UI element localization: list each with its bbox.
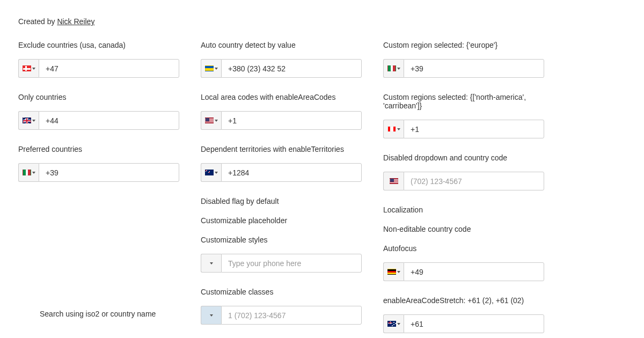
flag-dropdown-disabled	[383, 172, 404, 190]
label-region-europe: Custom region selected: {'europe'}	[383, 41, 544, 49]
chevron-down-icon	[397, 323, 400, 325]
chevron-down-icon	[32, 120, 35, 122]
flag-norway-icon	[23, 65, 31, 71]
flag-dropdown-no[interactable]	[18, 59, 39, 78]
column-1: Exclude countries (usa, canada) Only cou…	[18, 41, 179, 338]
label-customizable-placeholder: Customizable placeholder	[201, 216, 362, 225]
phone-field-region2[interactable]	[404, 120, 544, 138]
label-search: Search using iso2 or country name	[40, 310, 201, 318]
phone-field-exclude[interactable]	[39, 59, 179, 78]
column-3: Custom region selected: {'europe'} Custo…	[383, 41, 544, 338]
flag-dropdown-gb[interactable]	[18, 111, 39, 130]
label-stretch: enableAreaCodeStretch: +61 (2), +61 (02)	[383, 296, 544, 305]
label-exclude-countries: Exclude countries (usa, canada)	[18, 41, 179, 49]
label-area-codes: Local area codes with enableAreaCodes	[201, 93, 362, 101]
phone-input-classes	[201, 306, 362, 325]
flag-dropdown-it2[interactable]	[383, 59, 404, 78]
phone-input-region1	[383, 59, 544, 78]
flag-germany-icon	[387, 269, 396, 275]
flag-dropdown-de[interactable]	[383, 262, 404, 281]
label-preferred-countries: Preferred countries	[18, 145, 179, 153]
phone-field-disabled[interactable]	[404, 172, 544, 190]
label-noneditable: Non-editable country code	[383, 225, 544, 233]
chevron-down-icon	[215, 68, 218, 70]
flag-dropdown-custom[interactable]	[201, 306, 221, 325]
chevron-down-icon	[32, 172, 35, 174]
phone-field-preferred[interactable]	[39, 163, 179, 182]
chevron-down-icon	[215, 120, 218, 122]
column-2: Auto country detect by value Local area …	[201, 41, 362, 338]
phone-input-only	[18, 111, 179, 130]
phone-input-autofocus	[383, 262, 544, 281]
credit-line: Created by Nick Reiley	[18, 17, 626, 26]
label-only-countries: Only countries	[18, 93, 179, 101]
phone-input-disabled	[383, 172, 544, 190]
flag-dropdown-ua[interactable]	[201, 59, 221, 78]
label-disabled-dropdown: Disabled dropdown and country code	[383, 153, 544, 162]
flag-dropdown-us[interactable]	[201, 111, 221, 130]
flag-usa-icon	[390, 178, 398, 184]
label-customizable-styles: Customizable styles	[201, 236, 362, 244]
phone-field-classes[interactable]	[221, 306, 362, 325]
chevron-down-icon	[32, 68, 35, 70]
chevron-down-icon	[215, 172, 218, 174]
flag-dropdown-au[interactable]	[383, 314, 404, 333]
flag-dropdown-none[interactable]	[201, 254, 221, 273]
chevron-down-icon	[210, 314, 213, 317]
flag-dropdown-vg[interactable]	[201, 163, 221, 182]
search-section: Search using iso2 or country name	[40, 310, 201, 328]
flag-australia-icon	[387, 321, 396, 327]
phone-field-styles[interactable]	[221, 254, 362, 273]
phone-field-only[interactable]	[39, 111, 179, 130]
flag-dropdown-ca[interactable]	[383, 120, 404, 138]
label-localization: Localization	[383, 205, 544, 214]
phone-field-autofocus[interactable]	[404, 262, 544, 281]
chevron-down-icon	[397, 128, 400, 130]
label-customizable-classes: Customizable classes	[201, 288, 362, 296]
flag-bvi-icon	[205, 170, 214, 175]
flag-italy-icon	[387, 65, 396, 71]
flag-ukraine-icon	[205, 65, 214, 71]
phone-field-region1[interactable]	[404, 59, 544, 78]
phone-input-styles	[201, 254, 362, 273]
flag-canada-icon	[387, 126, 396, 132]
flag-usa-icon	[205, 117, 214, 123]
phone-field-stretch[interactable]	[404, 314, 544, 333]
chevron-down-icon	[397, 68, 400, 70]
author-link[interactable]: Nick Reiley	[57, 17, 94, 26]
label-disabled-flag: Disabled flag by default	[201, 197, 362, 205]
credit-prefix: Created by	[18, 17, 57, 26]
label-territories: Dependent territories with enableTerrito…	[201, 145, 362, 153]
flag-uk-icon	[23, 117, 31, 123]
phone-field-auto[interactable]	[221, 59, 362, 78]
chevron-down-icon	[210, 262, 213, 264]
flag-dropdown-it[interactable]	[18, 163, 39, 182]
columns: Exclude countries (usa, canada) Only cou…	[18, 41, 626, 338]
label-autofocus: Autofocus	[383, 244, 544, 253]
phone-input-exclude	[18, 59, 179, 78]
chevron-down-icon	[397, 271, 400, 273]
label-auto-detect: Auto country detect by value	[201, 41, 362, 49]
flag-italy-icon	[23, 170, 31, 175]
label-region-na: Custom regions selected: {['north-americ…	[383, 93, 544, 110]
phone-input-preferred	[18, 163, 179, 182]
phone-input-territories	[201, 163, 362, 182]
phone-field-area[interactable]	[221, 111, 362, 130]
phone-input-area	[201, 111, 362, 130]
phone-input-region2	[383, 120, 544, 138]
phone-field-territories[interactable]	[221, 163, 362, 182]
phone-input-stretch	[383, 314, 544, 333]
phone-input-auto	[201, 59, 362, 78]
